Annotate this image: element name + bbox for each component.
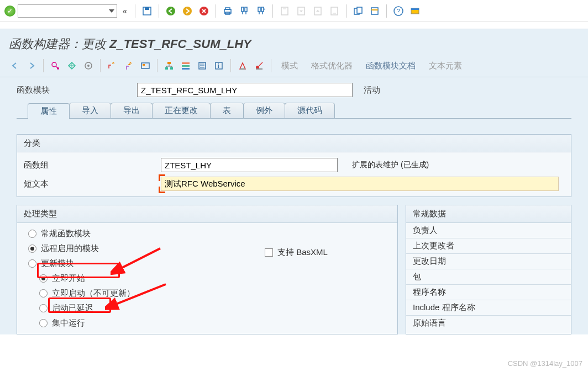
where-used-icon[interactable] xyxy=(162,59,176,72)
svg-point-25 xyxy=(57,67,59,70)
classification-group: 分类 函数组 扩展的表维护 (已生成) 短文本 xyxy=(17,134,571,197)
function-group-input[interactable] xyxy=(161,158,338,172)
svg-rect-10 xyxy=(258,7,260,12)
find-next-icon[interactable]: + xyxy=(254,4,268,18)
create-shortcut-icon[interactable] xyxy=(368,4,382,18)
tab-export[interactable]: 导出 xyxy=(111,103,153,119)
svg-point-3 xyxy=(183,7,192,15)
svg-rect-18 xyxy=(357,7,362,13)
package-label: 包 xyxy=(413,272,564,282)
orig-lang-label: 原始语言 xyxy=(413,318,564,328)
tab-import[interactable]: 导入 xyxy=(69,103,111,119)
tab-strip: 属性 导入 导出 正在更改 表 例外 源代码 xyxy=(0,103,588,119)
pretty-printer-button[interactable]: 格式优化器 xyxy=(306,61,358,71)
svg-rect-35 xyxy=(182,68,190,70)
back-icon[interactable] xyxy=(164,4,178,18)
svg-rect-1 xyxy=(145,7,149,10)
short-text-label: 短文本 xyxy=(24,179,156,189)
tab-source[interactable]: 源代码 xyxy=(285,103,335,119)
editor-toolbar: i 模式 格式优化器 函数模块文档 文本元素 xyxy=(0,57,588,77)
object-list-icon[interactable] xyxy=(195,59,209,72)
processing-type-group: 处理类型 常规函数模块 远程启用的模块 更新模块 立即开始 立即 xyxy=(17,205,398,334)
owner-label: 负责人 xyxy=(413,225,564,236)
layout-icon[interactable] xyxy=(408,4,422,18)
main-area: 函数构建器：更改 Z_TEST_RFC_SUM_LHY i 模式 格式优化器 函… xyxy=(0,29,588,334)
basxml-checkbox[interactable]: 支持 BasXML xyxy=(260,245,332,260)
radio-normal[interactable]: 常规函数模块 xyxy=(24,226,391,241)
svg-point-24 xyxy=(52,62,56,67)
module-label: 函数模块 xyxy=(17,85,133,95)
svg-rect-13 xyxy=(281,7,288,15)
radio-delayed[interactable]: 启动已延迟 xyxy=(24,301,391,316)
ok-icon[interactable]: ✓ xyxy=(4,6,15,17)
info-icon[interactable]: i xyxy=(212,59,226,72)
short-text-input[interactable] xyxy=(161,177,559,191)
svg-rect-31 xyxy=(165,67,168,70)
prog-name-label: 程序名称 xyxy=(413,287,564,297)
title-label: 函数构建器：更改 xyxy=(9,36,106,52)
exit-icon[interactable] xyxy=(180,4,195,18)
svg-rect-19 xyxy=(371,8,378,14)
tab-exceptions[interactable]: 例外 xyxy=(243,103,285,119)
svg-text:+: + xyxy=(264,7,266,10)
svg-rect-8 xyxy=(242,7,244,12)
next-page-icon[interactable] xyxy=(311,4,325,18)
status-text: 活动 xyxy=(364,85,380,95)
breakpoint-ext-icon[interactable] xyxy=(252,59,266,72)
check-icon[interactable] xyxy=(105,59,119,72)
radio-remote[interactable]: 远程启用的模块 xyxy=(24,241,391,256)
nav-fwd-icon[interactable] xyxy=(24,59,39,72)
text-elements-button[interactable]: 文本元素 xyxy=(423,61,468,71)
function-group-label: 函数组 xyxy=(24,160,156,171)
prev-page-icon[interactable] xyxy=(294,4,308,18)
activate-icon[interactable] xyxy=(122,59,136,72)
general-header: 常规数据 xyxy=(406,205,571,223)
last-page-icon[interactable] xyxy=(327,4,342,18)
nav-back-icon[interactable] xyxy=(8,59,22,72)
radio-update[interactable]: 更新模块 xyxy=(24,256,391,271)
cancel-icon[interactable] xyxy=(197,4,211,18)
module-doc-button[interactable]: 函数模块文档 xyxy=(360,61,421,71)
radio-immediate-start[interactable]: 立即开始 xyxy=(24,271,391,286)
help-icon[interactable]: ? xyxy=(391,4,406,18)
save-icon[interactable] xyxy=(140,4,154,18)
tab-attributes[interactable]: 属性 xyxy=(28,103,70,119)
title-module: Z_TEST_RFC_SUM_LHY xyxy=(109,37,251,51)
mode-button[interactable]: 模式 xyxy=(276,61,303,71)
svg-rect-6 xyxy=(225,8,230,9)
change-date-label: 更改日期 xyxy=(413,256,564,267)
tab-changing[interactable]: 正在更改 xyxy=(152,103,211,119)
svg-rect-23 xyxy=(411,8,419,10)
radio-immediate-noupd[interactable]: 立即启动（不可更新） xyxy=(24,286,391,301)
last-changed-label: 上次更改者 xyxy=(413,241,564,251)
display-toggle-icon[interactable] xyxy=(48,59,62,72)
ext-maint-text: 扩展的表维护 (已生成) xyxy=(352,160,429,170)
svg-text:i: i xyxy=(218,63,219,69)
svg-rect-33 xyxy=(182,62,190,64)
app-toolbar: ✓ « + ? xyxy=(0,0,588,22)
svg-point-2 xyxy=(166,7,175,15)
screen-title: 函数构建器：更改 Z_TEST_RFC_SUM_LHY xyxy=(0,29,588,57)
include-label: Include 程序名称 xyxy=(413,302,564,313)
hierarchy-icon[interactable] xyxy=(179,59,193,72)
tab-tables[interactable]: 表 xyxy=(210,103,244,119)
back-double-icon[interactable]: « xyxy=(119,7,130,15)
other-object-icon[interactable] xyxy=(65,59,79,72)
module-row: 函数模块 活动 xyxy=(0,77,588,102)
module-input[interactable] xyxy=(137,83,353,97)
svg-point-27 xyxy=(87,65,90,67)
enhance-icon[interactable] xyxy=(81,59,96,72)
radio-central[interactable]: 集中运行 xyxy=(24,316,391,331)
print-icon[interactable] xyxy=(221,4,235,18)
svg-rect-30 xyxy=(167,62,171,64)
breakpoint-icon[interactable] xyxy=(235,59,250,72)
find-icon[interactable] xyxy=(237,4,251,18)
execute-icon[interactable] xyxy=(138,59,153,72)
general-data-group: 常规数据 负责人 上次更改者 更改日期 包 程序名称 Include 程序名称 … xyxy=(406,205,571,334)
new-session-icon[interactable] xyxy=(351,4,365,18)
classification-header: 分类 xyxy=(17,135,571,152)
first-page-icon[interactable] xyxy=(277,4,292,18)
proc-type-header: 处理类型 xyxy=(17,205,397,223)
svg-rect-32 xyxy=(170,67,173,70)
command-dropdown[interactable] xyxy=(18,4,117,18)
